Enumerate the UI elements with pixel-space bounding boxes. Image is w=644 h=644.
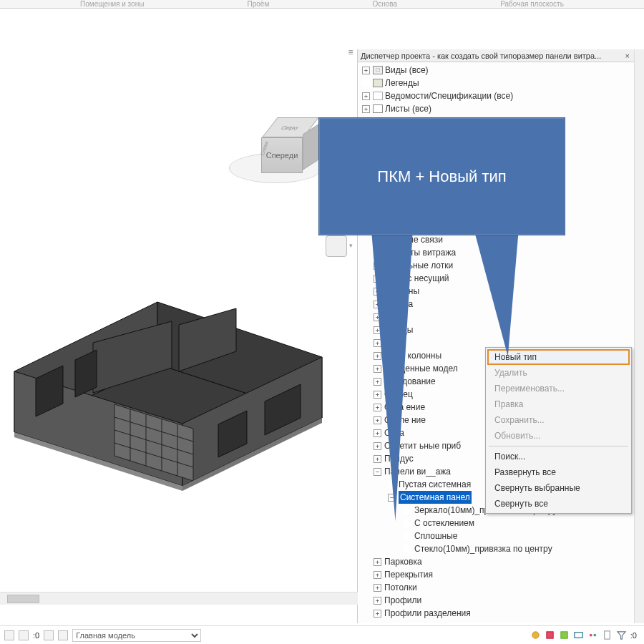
status-icon[interactable] (559, 630, 570, 640)
sheets-icon (373, 104, 383, 113)
views-icon (373, 66, 383, 74)
tree-node-family[interactable]: Парковка (359, 555, 634, 568)
status-icon[interactable] (530, 630, 541, 640)
expand-icon[interactable] (362, 92, 370, 100)
tree-node-family[interactable]: Профили разделения (359, 607, 634, 620)
expand-icon[interactable] (374, 442, 381, 450)
expand-icon[interactable] (362, 105, 370, 113)
ribbon-groups: Помещения и зоны Проём Основа Рабочая пл… (0, 0, 644, 9)
ribbon-group: Рабочая плоскость (500, 0, 564, 8)
status-tool-icon[interactable] (19, 630, 29, 640)
ribbon-group: Проём (248, 0, 270, 8)
schedules-icon (373, 92, 383, 100)
expand-icon[interactable] (374, 558, 381, 566)
tree-node-panel-type[interactable]: Сплошные (359, 530, 634, 542)
status-icon[interactable] (545, 630, 555, 640)
tree-node-family[interactable]: Профили (359, 594, 634, 607)
project-browser-title: Диспетчер проекта - как создать свой тип… (361, 52, 624, 60)
svg-rect-22 (547, 632, 553, 638)
tree-node-family[interactable]: Перекрытия (359, 568, 634, 581)
menu-separator (489, 446, 628, 447)
expand-icon[interactable] (374, 571, 381, 579)
annotation-text: ПКМ + Новый тип (377, 167, 506, 186)
expand-icon[interactable] (374, 597, 381, 605)
worksharing-combo[interactable]: Главная модель (72, 629, 201, 642)
building-model[interactable] (7, 257, 329, 493)
close-icon[interactable]: × (624, 52, 631, 60)
legends-icon (373, 79, 383, 87)
expand-icon[interactable] (374, 416, 381, 424)
status-icon[interactable] (587, 630, 598, 640)
svg-rect-27 (605, 631, 610, 639)
tree-node-schedules[interactable]: Ведомости/Спецификации (все) (359, 89, 634, 102)
menu-item-edit: Правка (487, 396, 630, 412)
tree-node-legends[interactable]: Легенды (359, 77, 634, 89)
status-tool-icon[interactable] (58, 630, 68, 640)
viewport-hscrollbar[interactable] (0, 592, 358, 605)
menu-item-delete: Удалить (487, 365, 630, 381)
tree-node-views[interactable]: Виды (все) (359, 64, 634, 77)
ribbon-group: Помещения и зоны (80, 0, 144, 8)
status-count: :0 (33, 631, 39, 640)
tree-node-sheets[interactable]: Листы (все) (359, 102, 634, 115)
menu-item-collapse-selected[interactable]: Свернуть выбранные (487, 480, 630, 496)
expand-icon[interactable] (374, 429, 381, 437)
svg-rect-23 (561, 632, 567, 638)
project-browser-titlebar[interactable]: Диспетчер проекта - как создать свой тип… (358, 49, 634, 62)
steering-wheel-icon[interactable] (326, 235, 347, 257)
menu-item-expand-all[interactable]: Развернуть все (487, 464, 630, 480)
status-icon[interactable] (573, 630, 584, 640)
tree-node-panel-type[interactable]: Стекло(10мм)_привязка по центру (359, 542, 634, 555)
menu-item-collapse-all[interactable]: Свернуть все (487, 496, 630, 512)
viewport-hscrollbar-thumb[interactable] (7, 595, 39, 603)
collapse-icon[interactable] (374, 468, 381, 476)
status-icon[interactable] (602, 630, 613, 640)
expand-icon[interactable] (374, 584, 381, 592)
status-tool-icon[interactable] (4, 630, 14, 640)
expand-icon[interactable] (374, 610, 381, 618)
expand-icon[interactable] (374, 455, 381, 463)
svg-rect-24 (575, 633, 582, 638)
svg-point-21 (532, 632, 539, 638)
svg-point-25 (590, 634, 592, 637)
expand-icon[interactable] (362, 67, 370, 74)
selection-count: :0 (630, 631, 637, 640)
panel-grip-icon[interactable]: ≡ (347, 49, 354, 55)
tree-node-family[interactable]: Потолки (359, 581, 634, 594)
menu-item-save: Сохранить... (487, 412, 630, 428)
menu-item-search[interactable]: Поиск... (487, 449, 630, 464)
ribbon-group: Основа (372, 0, 397, 8)
menu-item-refresh: Обновить... (487, 428, 630, 444)
model-viewport[interactable]: ≡ Сверху Спереди Слева (0, 49, 358, 623)
status-tool-icon[interactable] (44, 630, 54, 640)
viewcube[interactable]: Сверху Спереди Слева (236, 110, 322, 196)
filter-icon[interactable] (616, 630, 627, 640)
annotation-callout: ПКМ + Новый тип (318, 117, 565, 235)
context-menu: Новый тип Удалить Переименовать... Правк… (485, 347, 632, 514)
svg-point-26 (593, 634, 596, 637)
menu-item-rename: Переименовать... (487, 381, 630, 396)
svg-marker-28 (618, 632, 625, 639)
project-browser-vscrollbar[interactable] (634, 49, 644, 623)
status-bar: :0 Главная модель :0 (0, 625, 644, 644)
